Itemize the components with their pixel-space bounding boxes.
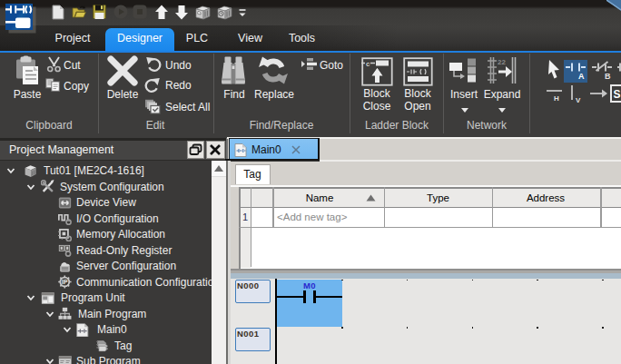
svg-text:S: S [614,88,621,101]
svg-text:B: B [605,72,611,81]
svg-text:22: 22 [498,58,506,66]
svg-text:H: H [554,94,559,103]
svg-text:A: A [578,72,585,81]
svg-text:c: c [366,60,370,68]
svg-text:V: V [576,96,581,104]
svg-text:IP: IP [62,279,68,285]
